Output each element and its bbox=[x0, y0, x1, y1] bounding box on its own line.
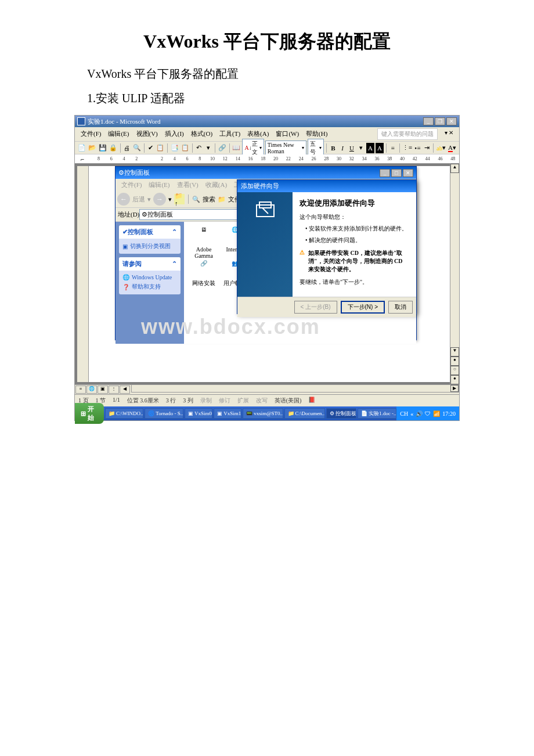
taskbar-item-active[interactable]: ⚙控制面板 bbox=[326, 408, 357, 419]
taskbar-item[interactable]: 📁C:\WINDO... bbox=[105, 408, 143, 419]
save-icon[interactable]: 💾 bbox=[98, 143, 107, 153]
help-search[interactable]: 键入需要帮助的问题 bbox=[377, 128, 438, 140]
read-view-icon[interactable]: ◀ bbox=[120, 386, 130, 394]
web-view-icon[interactable]: 🌐 bbox=[86, 386, 97, 394]
menu-format[interactable]: 格式(O) bbox=[187, 128, 216, 140]
word-ruler[interactable]: ⌐ 86422468101214161820222426283032343638… bbox=[75, 154, 459, 164]
hscrollbar[interactable]: ▶ bbox=[131, 384, 459, 393]
taskbar-item[interactable]: 📁C:\Documen... bbox=[284, 408, 325, 419]
undo-icon[interactable]: ↶ bbox=[195, 143, 203, 153]
print-view-icon[interactable]: ▣ bbox=[98, 386, 108, 394]
tray-icon[interactable]: 🛡 bbox=[425, 411, 431, 417]
cp-maximize[interactable]: □ bbox=[391, 169, 402, 177]
wizard-next-button[interactable]: 下一步(N) > bbox=[341, 301, 385, 314]
bold-icon[interactable]: B bbox=[329, 143, 337, 153]
folders-icon[interactable]: 📁 bbox=[218, 196, 226, 203]
search-icon[interactable]: 🔍 bbox=[192, 196, 200, 203]
taskbar-item[interactable]: 📄实验1.doc -... bbox=[358, 408, 396, 419]
menu-tools[interactable]: 工具(T) bbox=[216, 128, 244, 140]
vertical-ruler[interactable] bbox=[77, 166, 89, 382]
font-combo[interactable]: Times New Roman bbox=[265, 141, 306, 156]
spell-icon[interactable]: ✔ bbox=[146, 143, 154, 153]
adobe-gamma-icon[interactable]: 🖥Adobe Gamma bbox=[189, 226, 219, 259]
cp-panel-hd[interactable]: ✔ 控制面板 ⌃ bbox=[119, 225, 181, 239]
menu-file[interactable]: 文件(F) bbox=[77, 128, 104, 140]
redo-icon[interactable]: ▾ bbox=[204, 143, 212, 153]
vscrollbar[interactable]: ▲ ▼ ● ○ ● bbox=[450, 164, 459, 384]
fontcolor-icon[interactable]: A▾ bbox=[448, 143, 457, 153]
cp-minimize[interactable]: _ bbox=[380, 169, 390, 177]
taskbar-item[interactable]: 🌀Tornado - S... bbox=[145, 408, 183, 419]
network-icon[interactable]: 🔗网络安装 bbox=[189, 260, 219, 286]
highlight-a-icon[interactable]: A bbox=[366, 143, 374, 153]
tray-icon[interactable]: 🔊 bbox=[416, 411, 423, 417]
read-icon[interactable]: 📖 bbox=[232, 143, 241, 153]
back-button[interactable]: ← bbox=[117, 193, 130, 206]
char-shade-icon[interactable]: A bbox=[376, 143, 384, 153]
taskbar-item[interactable]: 📟vxsim@ST0... bbox=[243, 408, 283, 419]
preview-icon[interactable]: 🔍 bbox=[132, 143, 142, 153]
menu-close[interactable]: ▾ ✕ bbox=[441, 128, 457, 140]
cp-menu-file[interactable]: 文件(F) bbox=[118, 180, 145, 190]
start-button[interactable]: ⊞ 开始 bbox=[75, 403, 104, 424]
normal-view-icon[interactable]: ≡ bbox=[75, 386, 86, 394]
close-button[interactable]: ✕ bbox=[446, 117, 457, 125]
cp-menu-fav[interactable]: 收藏(A) bbox=[202, 180, 230, 190]
cp-menu-edit[interactable]: 编辑(E) bbox=[145, 180, 173, 190]
prevpage-icon[interactable]: ● bbox=[450, 357, 459, 366]
print-icon[interactable]: 🖨 bbox=[123, 143, 131, 153]
scroll-down-icon[interactable]: ▼ bbox=[450, 347, 459, 357]
scroll-up-icon[interactable]: ▲ bbox=[450, 164, 459, 173]
restore-button[interactable]: ❐ bbox=[435, 117, 445, 125]
link-icon[interactable]: 🔗 bbox=[218, 143, 227, 153]
border-icon[interactable]: ▾ bbox=[357, 143, 365, 153]
wizard-warning: ⚠ 如果硬件带安装 CD，建议您单击"取消"，关闭这个向导，用制造商的 CD 来… bbox=[300, 249, 409, 273]
menu-insert[interactable]: 插入(I) bbox=[161, 128, 187, 140]
outline-view-icon[interactable]: ⋮ bbox=[109, 386, 119, 394]
tab-icon[interactable]: ⌐ bbox=[77, 154, 88, 164]
status-rec: 录制 bbox=[200, 397, 212, 405]
underline-icon[interactable]: U bbox=[348, 143, 356, 153]
word-toolbar: 📄 📂 💾 🔒 🖨 🔍 ✔ 📋 📑 📋 ↶ ▾ 🔗 📖 A↓ 正文 Times … bbox=[75, 142, 459, 154]
tray-icon[interactable]: 📶 bbox=[433, 411, 440, 417]
highlight-icon[interactable]: ab▾ bbox=[436, 143, 446, 153]
search-label[interactable]: 搜索 bbox=[203, 195, 215, 204]
help-support-link[interactable]: ❓ 帮助和支持 bbox=[122, 282, 177, 292]
doc-section: 1.安装 ULIP 适配器 bbox=[87, 91, 534, 106]
windows-update-link[interactable]: 🌐 Windows Update bbox=[122, 273, 177, 282]
copy-icon[interactable]: 📑 bbox=[170, 143, 179, 153]
scroll-right-icon[interactable]: ▶ bbox=[450, 385, 459, 392]
italic-icon[interactable]: I bbox=[338, 143, 347, 153]
indent-icon[interactable]: ⇥ bbox=[423, 143, 431, 153]
see-also-hd[interactable]: 请参阅 ⌃ bbox=[119, 257, 181, 271]
switch-view-link[interactable]: ▣ 切换到分类视图 bbox=[122, 241, 177, 251]
wizard-cancel-button[interactable]: 取消 bbox=[388, 301, 413, 314]
browse-icon[interactable]: ○ bbox=[450, 366, 459, 375]
cp-menu-view[interactable]: 查看(V) bbox=[174, 180, 202, 190]
bullist-icon[interactable]: •≡ bbox=[413, 143, 421, 153]
research-icon[interactable]: 📋 bbox=[156, 143, 165, 153]
up-icon[interactable]: 📁↑ bbox=[174, 194, 185, 204]
menu-view[interactable]: 视图(V) bbox=[133, 128, 161, 140]
nextpage-icon[interactable]: ● bbox=[450, 375, 459, 384]
open-icon[interactable]: 📂 bbox=[88, 143, 97, 153]
numlist-icon[interactable]: ⋮≡ bbox=[402, 143, 412, 153]
forward-button[interactable]: → bbox=[153, 193, 166, 206]
menu-window[interactable]: 窗口(W) bbox=[272, 128, 302, 140]
ime-icon[interactable]: CH bbox=[400, 411, 408, 417]
paste-icon[interactable]: 📋 bbox=[181, 143, 190, 153]
align-icon[interactable]: ≡ bbox=[389, 143, 397, 153]
perm-icon[interactable]: 🔒 bbox=[109, 143, 118, 153]
word-page[interactable]: www.bdocx.com ⚙ 控制面板 _ □ ✕ 文件(F) 编辑(E) 查… bbox=[89, 166, 457, 382]
new-icon[interactable]: 📄 bbox=[77, 143, 86, 153]
wizard-banner bbox=[237, 192, 293, 297]
wizard-back-button[interactable]: < 上一步(B) bbox=[294, 301, 337, 314]
minimize-button[interactable]: _ bbox=[423, 117, 434, 125]
cp-close[interactable]: ✕ bbox=[403, 169, 413, 177]
menu-edit[interactable]: 编辑(E) bbox=[104, 128, 132, 140]
tray-chevron[interactable]: « bbox=[410, 411, 413, 417]
status-book-icon[interactable]: 📕 bbox=[308, 397, 315, 405]
tray-clock[interactable]: 17:20 bbox=[442, 411, 456, 417]
taskbar-item[interactable]: ▣VxSim0 bbox=[185, 408, 212, 419]
taskbar-item[interactable]: ▣VxSim1 bbox=[214, 408, 241, 419]
